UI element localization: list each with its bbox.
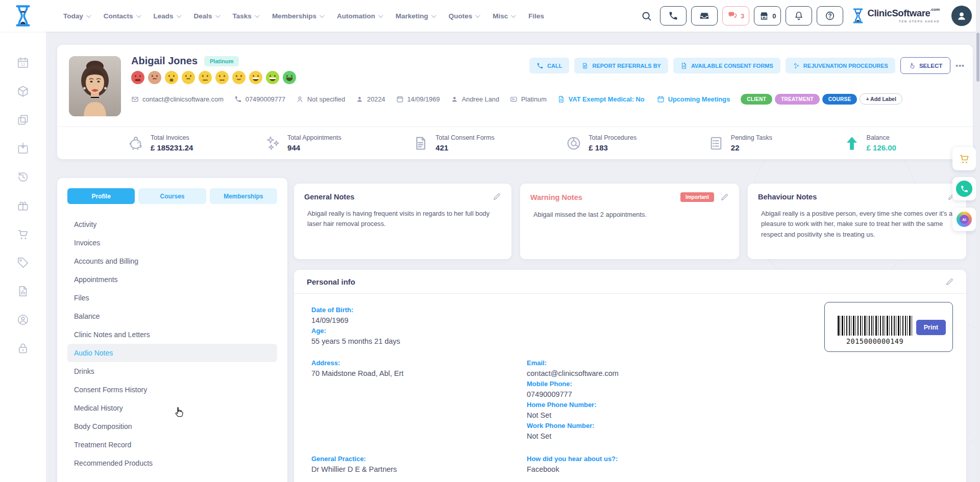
sidebar-item-accounts-billing[interactable]: Accounts and Billing <box>67 252 277 270</box>
info-field: Date of Birth: 14/09/1969 <box>311 306 527 325</box>
sidebar-item-balance[interactable]: Balance <box>67 307 277 325</box>
consent-forms-button[interactable]: AVAILABLE CONSENT FORMS <box>673 58 780 73</box>
sidebar-item-drinks[interactable]: Drinks <box>67 362 277 380</box>
sidebar-item-files[interactable]: Files <box>67 289 277 307</box>
edit-pencil-icon[interactable] <box>493 192 501 201</box>
tier-badge: Platinum <box>204 56 239 66</box>
price-tag-icon[interactable] <box>16 256 30 269</box>
barcode-number: 2015000000149 <box>830 337 920 345</box>
rejuvenation-procedures-button[interactable]: REJUVENATION PROCEDURES <box>786 58 895 73</box>
sidebar-item-recommended-products[interactable]: Recommended Products <box>67 454 277 472</box>
nav-item-misc[interactable]: Misc <box>493 12 514 20</box>
client-stats: Total Invoices £ 185231.24 Total Appoint… <box>57 126 973 159</box>
tab-memberships[interactable]: Memberships <box>210 188 277 204</box>
nav-item-leads[interactable]: Leads <box>154 12 180 20</box>
mood-face[interactable] <box>249 71 262 84</box>
print-button[interactable]: Print <box>916 320 946 335</box>
quick-ai-button[interactable]: AI <box>952 208 976 231</box>
user-avatar[interactable] <box>951 6 972 26</box>
more-actions-button[interactable]: ••• <box>955 62 965 70</box>
nav-item-marketing[interactable]: Marketing <box>396 12 435 20</box>
nav-item-today[interactable]: Today <box>63 12 90 20</box>
brand-name: ClinicSoftware <box>867 9 930 18</box>
label-pill[interactable]: TREATMENT <box>775 94 820 105</box>
mood-face[interactable] <box>199 71 212 84</box>
vat-exempt-link[interactable]: VAT Exempt Medical: No <box>557 95 645 103</box>
tab-courses[interactable]: Courses <box>138 188 206 204</box>
add-label-button[interactable]: + Add Label <box>860 93 902 105</box>
label-pill[interactable]: CLIENT <box>741 94 772 105</box>
cart-icon[interactable] <box>16 227 30 241</box>
info-field: Age: 55 years 5 months 21 days <box>311 327 527 346</box>
edit-pencil-icon[interactable] <box>720 193 729 201</box>
report-icon[interactable] <box>16 285 30 298</box>
nav-item-deals[interactable]: Deals <box>194 12 219 20</box>
search-icon[interactable] <box>641 11 652 21</box>
lock-icon[interactable] <box>16 342 30 355</box>
notifications-button[interactable] <box>786 6 812 26</box>
sidebar-item-appointments[interactable]: Appointments <box>67 270 277 289</box>
quick-cart-button[interactable] <box>952 147 976 170</box>
report-referrals-button[interactable]: REPORT REFERRALS BY <box>574 58 668 73</box>
select-button[interactable]: SELECT <box>900 57 950 74</box>
scrollbar-thumb[interactable] <box>976 33 979 82</box>
pages-icon[interactable] <box>16 113 30 126</box>
user-session-icon[interactable] <box>16 313 30 326</box>
nav-item-automation[interactable]: Automation <box>337 12 382 20</box>
help-button[interactable] <box>817 6 843 26</box>
mood-face[interactable] <box>283 71 296 84</box>
package-icon[interactable] <box>16 85 30 98</box>
sidebar-item-treatment-record[interactable]: Treatment Record <box>67 436 277 454</box>
mood-face[interactable] <box>266 71 279 84</box>
sidebar-item-body-composition[interactable]: Body Composition <box>67 417 277 436</box>
upcoming-meetings-link[interactable]: Upcoming Meetings <box>657 95 730 103</box>
tab-profile[interactable]: Profile <box>67 188 135 204</box>
sidebar-item-activity[interactable]: Activity <box>67 215 277 234</box>
nav-item-contacts[interactable]: Contacts <box>104 12 140 20</box>
contact-item: 14/09/1969 <box>396 95 440 103</box>
chevron-down-icon <box>511 13 516 18</box>
calendar-icon[interactable] <box>16 56 30 69</box>
stat-value: £ 185231.24 <box>151 143 193 152</box>
nav-item-files[interactable]: Files <box>528 12 544 20</box>
mood-face[interactable] <box>232 71 246 84</box>
mood-face[interactable] <box>165 71 178 84</box>
brand-logo[interactable]: ClinicSoftware .com TEN STEPS AHEAD <box>852 7 940 24</box>
messages-button[interactable]: 3 <box>722 6 749 26</box>
stat-item: Pending Tasks 22 <box>708 134 772 152</box>
stat-item: Total Invoices £ 185231.24 <box>128 134 193 152</box>
mood-face[interactable] <box>215 71 229 84</box>
sidebar-item-medical-history[interactable]: Medical History <box>67 399 277 417</box>
warning-notes-card: Warning Notes Important Abigail missed t… <box>520 184 739 259</box>
calendar-import-icon[interactable] <box>16 142 30 155</box>
nav-item-tasks[interactable]: Tasks <box>233 12 258 20</box>
mood-face[interactable] <box>131 71 144 84</box>
sidebar-item-clinic-notes[interactable]: Clinic Notes and Letters <box>67 325 277 344</box>
sidebar-item-consent-history[interactable]: Consent Forms History <box>67 380 277 399</box>
inbox-button[interactable] <box>691 6 718 26</box>
app-logo-hourglass-icon[interactable] <box>12 4 34 28</box>
history-icon[interactable] <box>16 170 30 184</box>
note-body: Abigail missed the last 2 appointments. <box>530 210 729 220</box>
contact-item-icon <box>356 95 363 103</box>
note-title: Behaviour Notes <box>758 193 817 201</box>
header-button-icon <box>794 11 804 21</box>
stat-value: £ 183 <box>589 143 636 152</box>
edit-pencil-icon[interactable] <box>945 277 954 286</box>
label-pill[interactable]: COURSE <box>822 94 857 105</box>
stat-value: 944 <box>287 143 341 152</box>
call-button[interactable]: CALL <box>529 58 569 73</box>
nav-item-quotes[interactable]: Quotes <box>449 12 479 20</box>
dialer-button[interactable] <box>660 6 687 26</box>
sidebar-item-invoices[interactable]: Invoices <box>67 234 277 252</box>
contact-item: contact@clinicsoftware.com <box>131 95 224 103</box>
gift-icon[interactable] <box>16 199 30 212</box>
badge-count: 3 <box>741 12 744 20</box>
mood-face[interactable] <box>182 71 195 84</box>
nav-item-memberships[interactable]: Memberships <box>272 12 323 20</box>
store-button[interactable]: 0 <box>754 6 781 26</box>
mood-face[interactable] <box>148 71 161 84</box>
quick-call-button[interactable] <box>952 177 976 200</box>
sidebar-item-audio-notes[interactable]: Audio Notes <box>67 344 277 362</box>
stat-label: Pending Tasks <box>731 134 772 141</box>
